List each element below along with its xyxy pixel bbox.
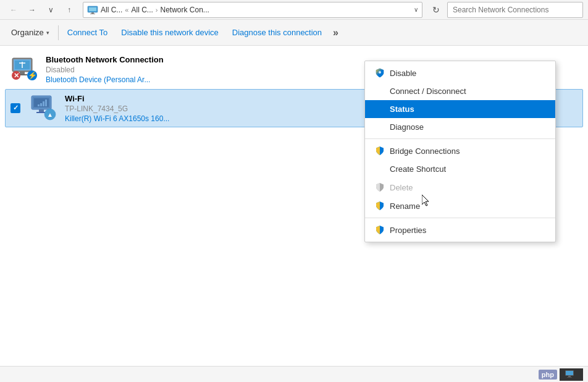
toolbar: Organize ▾ Connect To Disable this netwo… <box>0 20 588 46</box>
diagnose-label: Diagnose this connection <box>232 28 322 37</box>
context-menu-create-shortcut[interactable]: Create Shortcut <box>365 160 555 178</box>
more-options-button[interactable]: » <box>329 22 342 43</box>
svg-rect-29 <box>568 376 571 377</box>
organize-arrow: ▾ <box>46 30 49 36</box>
breadcrumb-sep1: « <box>125 6 128 14</box>
context-delete-label: Delete <box>390 183 413 192</box>
shield-properties-icon <box>375 225 385 235</box>
checkmark-icon: ✓ <box>13 104 19 112</box>
context-rename-label: Rename <box>390 202 420 211</box>
address-bar[interactable]: All C... « All C... › Network Con... ∨ <box>83 2 422 18</box>
context-menu: Disable Connect / Disconnect Status Diag… <box>364 61 556 242</box>
wifi-item-name: Wi-Fi <box>65 94 169 103</box>
taskbar-network-icon <box>565 370 578 379</box>
breadcrumb-all-controls: All C... <box>131 6 153 14</box>
bluetooth-item-detail: Bluetooth Device (Personal Ar... <box>46 75 164 84</box>
organize-label: Organize <box>11 28 44 37</box>
address-dropdown-button[interactable]: ∨ <box>414 6 418 13</box>
wifi-item-detail: Killer(R) Wi-Fi 6 AX1650s 160... <box>65 114 169 123</box>
recent-locations-button[interactable]: ∨ <box>42 1 59 19</box>
disable-device-button[interactable]: Disable this network device <box>115 22 225 43</box>
bluetooth-icon-container: ⚡ ✕ <box>10 54 40 84</box>
svg-rect-2 <box>91 12 94 14</box>
shield-disable-icon <box>375 68 385 78</box>
title-bar: ← → ∨ ↑ All C... « All C... › Network Co… <box>0 0 588 20</box>
svg-text:✕: ✕ <box>14 72 19 79</box>
svg-point-26 <box>379 71 381 74</box>
svg-rect-20 <box>43 101 44 106</box>
context-menu-disable[interactable]: Disable <box>365 64 555 82</box>
svg-rect-9 <box>20 72 25 74</box>
svg-text:▲: ▲ <box>47 111 53 118</box>
breadcrumb-current: Network Con... <box>160 6 209 14</box>
svg-rect-22 <box>39 109 44 112</box>
svg-rect-3 <box>90 14 95 14</box>
breadcrumb-sep2: › <box>156 6 158 14</box>
disable-device-label: Disable this network device <box>121 28 219 37</box>
more-label: » <box>333 27 338 38</box>
status-bar: php <box>0 366 588 382</box>
wifi-network-icon: ▲ <box>29 93 59 123</box>
bluetooth-item-status: Disabled <box>46 66 164 74</box>
context-diagnose-label: Diagnose <box>390 122 424 132</box>
context-status-label: Status <box>390 104 414 114</box>
context-menu-connect-disconnect[interactable]: Connect / Disconnect <box>365 82 555 100</box>
svg-rect-1 <box>89 7 96 11</box>
organize-button[interactable]: Organize ▾ <box>5 22 56 43</box>
context-menu-rename[interactable]: Rename <box>365 197 555 215</box>
context-menu-sep2 <box>365 218 555 218</box>
connect-to-label: Connect To <box>67 28 108 37</box>
context-menu-bridge[interactable]: Bridge Connections <box>365 142 555 160</box>
shield-rename-icon <box>375 201 385 211</box>
svg-rect-21 <box>45 100 47 106</box>
diagnose-button[interactable]: Diagnose this connection <box>226 22 328 43</box>
bluetooth-item-name: Bluetooth Network Connection <box>46 55 164 64</box>
bluetooth-item-info: Bluetooth Network Connection Disabled Bl… <box>46 55 164 84</box>
context-shortcut-label: Create Shortcut <box>390 164 446 174</box>
address-bar-icon <box>87 4 98 15</box>
context-menu-status[interactable]: Status <box>365 100 555 118</box>
wifi-item-info: Wi-Fi TP-LINK_7434_5G Killer(R) Wi-Fi 6 … <box>65 94 169 123</box>
svg-rect-30 <box>567 377 572 378</box>
bluetooth-network-icon: ⚡ ✕ <box>10 54 40 84</box>
context-disable-label: Disable <box>390 69 416 78</box>
context-connect-disconnect-label: Connect / Disconnect <box>390 87 466 96</box>
svg-rect-28 <box>566 371 573 375</box>
up-button[interactable]: ↑ <box>61 1 78 19</box>
context-bridge-label: Bridge Connections <box>390 146 460 156</box>
search-input[interactable] <box>447 2 583 18</box>
svg-rect-19 <box>40 103 42 106</box>
toolbar-sep1 <box>58 25 59 40</box>
wifi-icon-container: ▲ <box>29 93 59 123</box>
context-menu-diagnose[interactable]: Diagnose <box>365 118 555 136</box>
svg-text:⚡: ⚡ <box>28 70 37 80</box>
svg-rect-18 <box>38 104 40 106</box>
taskbar-icon <box>560 368 583 381</box>
wifi-checkbox: ✓ <box>10 103 20 113</box>
back-button[interactable]: ← <box>5 1 22 19</box>
forward-button[interactable]: → <box>23 1 41 19</box>
nav-buttons: ← → ∨ ↑ <box>5 1 78 19</box>
shield-bridge-icon <box>375 146 385 156</box>
refresh-button[interactable]: ↻ <box>427 1 445 19</box>
context-menu-delete: Delete <box>365 178 555 197</box>
wifi-item-status: TP-LINK_7434_5G <box>65 104 169 113</box>
context-properties-label: Properties <box>390 226 426 235</box>
context-menu-properties[interactable]: Properties <box>365 221 555 239</box>
breadcrumb-all: All C... <box>101 6 122 14</box>
context-menu-sep1 <box>365 138 555 139</box>
connect-to-button[interactable]: Connect To <box>61 22 114 43</box>
shield-delete-icon <box>375 182 385 192</box>
php-badge: php <box>539 370 557 380</box>
